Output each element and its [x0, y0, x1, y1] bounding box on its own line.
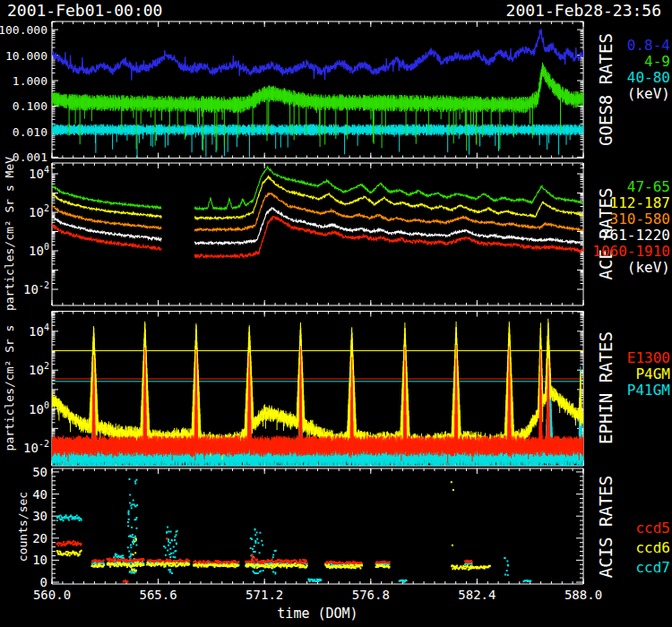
y-tick-label: 10 — [32, 553, 47, 567]
panel-title-acis: ACIS RATES — [596, 476, 616, 578]
y-tick-label: 10.000 — [5, 49, 47, 63]
y-tick-label: 30 — [32, 509, 47, 523]
series-E1300 — [52, 345, 583, 463]
legend-item-P4GM: P4GM — [627, 366, 670, 382]
y-tick-label: 100 — [29, 400, 49, 417]
rates-dashboard: 100.00010.0001.0000.1000.0100.0011041021… — [0, 0, 672, 627]
x-tick-label: 576.8 — [352, 588, 390, 602]
y-tick-label: 20 — [32, 531, 47, 545]
y-tick-label: 104 — [29, 322, 49, 339]
series-P41GM — [52, 355, 583, 477]
legend-ephin: E1300P4GMP41GM — [627, 350, 670, 399]
legend-item-ccd7: ccd7 — [635, 558, 670, 578]
y-tick-label: 1.000 — [13, 74, 47, 88]
legend-item-4-9: 4-9 — [627, 54, 670, 70]
y-tick-label: 40 — [32, 487, 47, 502]
y-tick-label: 102 — [29, 361, 49, 377]
panel-title-ephin: EPHIN RATES — [596, 331, 616, 444]
y-tick-label: 10-2 — [23, 280, 49, 296]
legend-item-112-187: 112-187 — [592, 195, 670, 211]
legend-item-1060-1910: 1060-1910 — [592, 244, 670, 260]
y-axis-label-acis: counts/sec — [16, 492, 30, 562]
x-tick-label: 582.4 — [458, 588, 495, 602]
legend-item-0-8-4: 0.8-4 — [627, 38, 670, 54]
series-40-80 — [52, 125, 583, 159]
panel-series-1 — [52, 167, 583, 258]
y-tick-label: 10-2 — [23, 439, 49, 455]
legend-item-761-1220: 761-1220 — [592, 228, 670, 244]
x-tick-label: 565.6 — [140, 588, 177, 602]
y-tick-label: 0.010 — [13, 125, 47, 139]
legend-item-310-580: 310-580 — [592, 211, 670, 228]
panel-title-goes8: GOES8 RATES — [596, 33, 616, 146]
series-0.8-4 — [52, 29, 583, 80]
y-tick-label: 100.000 — [0, 23, 47, 37]
legend-acis: ccd5ccd6ccd7 — [635, 519, 670, 578]
legend-item-E1300: E1300 — [627, 350, 670, 366]
legend-item-P41GM: P41GM — [627, 382, 670, 399]
panel-series-2 — [52, 319, 583, 477]
legend-item-ccd5: ccd5 — [635, 519, 670, 538]
panel-series-3 — [56, 478, 531, 583]
x-tick-label: 588.0 — [564, 588, 602, 602]
panel-frame-0 — [52, 21, 583, 159]
legend-item--keV-: (keV) — [592, 260, 670, 276]
y-tick-label: 0.001 — [13, 150, 47, 164]
y-tick-label: 104 — [29, 165, 49, 181]
y-axis-label-ephin: particles/cm² Sr s — [3, 325, 16, 451]
legend-item-40-80: 40-80 — [627, 70, 670, 86]
legend-item-ccd6: ccd6 — [635, 538, 670, 558]
x-tick-label: 560.0 — [33, 588, 71, 602]
y-axis-label-ace: particles/cm² Sr s MeV — [3, 157, 16, 311]
start-datetime: 2001-Feb01-00:00 — [7, 1, 162, 20]
x-axis-label: time (DOM) — [277, 606, 358, 622]
y-tick-label: 50 — [32, 465, 47, 479]
panel-series-0 — [52, 29, 583, 158]
plot-canvas: 100.00010.0001.0000.1000.0100.0011041021… — [0, 0, 672, 627]
y-tick-label: 100 — [29, 242, 49, 258]
legend-goes8: 0.8-44-940-80(keV) — [627, 38, 670, 102]
series-47-65 — [52, 167, 583, 210]
end-datetime: 2001-Feb28-23:56 — [506, 1, 661, 20]
y-tick-label: 102 — [29, 203, 49, 219]
x-tick-label: 571.2 — [246, 588, 283, 602]
legend-item-47-65: 47-65 — [592, 179, 670, 195]
legend-item--keV-: (keV) — [627, 86, 670, 102]
y-tick-label: 0.100 — [13, 99, 47, 113]
legend-ace: 47-65112-187310-580761-12201060-1910(keV… — [592, 179, 670, 276]
